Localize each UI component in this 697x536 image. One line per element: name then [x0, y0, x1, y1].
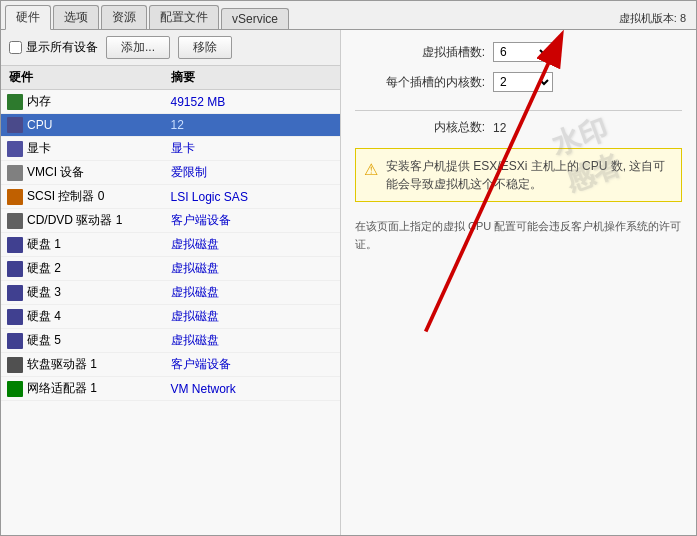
tab-vservice[interactable]: vService — [221, 8, 289, 29]
network-icon — [7, 381, 23, 397]
sockets-label: 虚拟插槽数: — [355, 44, 485, 61]
hw-summary: 49152 MB — [171, 95, 337, 109]
right-panel: 虚拟插槽数: 1 2 4 6 8 每个插槽的内核数: 1 2 4 8 — [341, 30, 696, 535]
hw-name-cell: 显卡 — [5, 140, 171, 157]
hw-name: SCSI 控制器 0 — [27, 188, 104, 205]
hdd-icon — [7, 285, 23, 301]
cores-select[interactable]: 1 2 4 8 — [493, 72, 553, 92]
remove-button[interactable]: 移除 — [178, 36, 232, 59]
hw-name-cell: 软盘驱动器 1 — [5, 356, 171, 373]
arrow-annotation — [341, 30, 696, 535]
hw-summary: 显卡 — [171, 140, 337, 157]
warning-box: ⚠ 安装客户机提供 ESX/ESXi 主机上的 CPU 数, 这自可能会导致虚拟… — [355, 148, 682, 202]
tab-hardware[interactable]: 硬件 — [5, 5, 51, 30]
show-all-checkbox[interactable] — [9, 41, 22, 54]
hw-summary: 虚拟磁盘 — [171, 284, 337, 301]
hw-summary: 虚拟磁盘 — [171, 236, 337, 253]
col-hardware: 硬件 — [9, 69, 171, 86]
total-cores-row: 内核总数: 12 — [355, 119, 682, 136]
cores-label: 每个插槽的内核数: — [355, 74, 485, 91]
tab-config[interactable]: 配置文件 — [149, 5, 219, 29]
sockets-row: 虚拟插槽数: 1 2 4 6 8 — [355, 42, 682, 62]
hw-name-cell: VMCI 设备 — [5, 164, 171, 181]
show-all-container: 显示所有设备 — [9, 39, 98, 56]
tab-options[interactable]: 选项 — [53, 5, 99, 29]
hw-name: 内存 — [27, 93, 51, 110]
hw-name-cell: 硬盘 5 — [5, 332, 171, 349]
hw-name-cell: 网络适配器 1 — [5, 380, 171, 397]
table-row[interactable]: VMCI 设备 爱限制 — [1, 161, 340, 185]
hw-name-cell: 硬盘 4 — [5, 308, 171, 325]
hw-name: 硬盘 4 — [27, 308, 61, 325]
hw-name-cell: 硬盘 3 — [5, 284, 171, 301]
hw-name-cell: SCSI 控制器 0 — [5, 188, 171, 205]
memory-icon — [7, 94, 23, 110]
table-header: 硬件 摘要 — [1, 66, 340, 90]
table-row[interactable]: 硬盘 3 虚拟磁盘 — [1, 281, 340, 305]
hw-name: 硬盘 2 — [27, 260, 61, 277]
hw-name: 硬盘 5 — [27, 332, 61, 349]
hw-summary: LSI Logic SAS — [171, 190, 337, 204]
hw-summary: 虚拟磁盘 — [171, 308, 337, 325]
table-row[interactable]: 内存 49152 MB — [1, 90, 340, 114]
hw-name-cell: 硬盘 1 — [5, 236, 171, 253]
hdd-icon — [7, 333, 23, 349]
hw-summary: VM Network — [171, 382, 337, 396]
hw-name: 显卡 — [27, 140, 51, 157]
scsi-icon — [7, 189, 23, 205]
cpu-icon — [7, 117, 23, 133]
floppy-icon — [7, 357, 23, 373]
warning-icon: ⚠ — [364, 158, 378, 182]
show-all-label: 显示所有设备 — [26, 39, 98, 56]
table-row[interactable]: 硬盘 5 虚拟磁盘 — [1, 329, 340, 353]
hw-name-cell: CD/DVD 驱动器 1 — [5, 212, 171, 229]
content-area: 显示所有设备 添加... 移除 硬件 摘要 内存 49152 MB — [1, 30, 696, 535]
warning-text: 安装客户机提供 ESX/ESXi 主机上的 CPU 数, 这自可能会导致虚拟机这… — [386, 157, 673, 193]
vmci-icon — [7, 165, 23, 181]
hdd-icon — [7, 237, 23, 253]
hdd-icon — [7, 309, 23, 325]
tab-bar: 硬件 选项 资源 配置文件 vService 虚拟机版本: 8 — [1, 1, 696, 30]
divider — [355, 110, 682, 111]
hw-name: VMCI 设备 — [27, 164, 84, 181]
tab-resources[interactable]: 资源 — [101, 5, 147, 29]
main-window: 硬件 选项 资源 配置文件 vService 虚拟机版本: 8 显示所有设备 添… — [0, 0, 697, 536]
table-row[interactable]: SCSI 控制器 0 LSI Logic SAS — [1, 185, 340, 209]
hw-name: 网络适配器 1 — [27, 380, 97, 397]
hw-summary: 客户端设备 — [171, 212, 337, 229]
hdd-icon — [7, 261, 23, 277]
table-row[interactable]: 网络适配器 1 VM Network — [1, 377, 340, 401]
table-row[interactable]: CD/DVD 驱动器 1 客户端设备 — [1, 209, 340, 233]
table-row[interactable]: 软盘驱动器 1 客户端设备 — [1, 353, 340, 377]
version-label: 虚拟机版本: 8 — [613, 8, 692, 29]
info-text: 在该页面上指定的虚拟 CPU 配置可能会违反客户机操作系统的许可证。 — [355, 218, 682, 253]
hw-summary: 12 — [171, 118, 337, 132]
add-button[interactable]: 添加... — [106, 36, 170, 59]
hw-name: CD/DVD 驱动器 1 — [27, 212, 122, 229]
hw-name: 软盘驱动器 1 — [27, 356, 97, 373]
hw-name: CPU — [27, 118, 52, 132]
cddvd-icon — [7, 213, 23, 229]
table-row[interactable]: 硬盘 4 虚拟磁盘 — [1, 305, 340, 329]
hw-name-cell: CPU — [5, 117, 171, 133]
table-row[interactable]: CPU 12 — [1, 114, 340, 137]
col-summary: 摘要 — [171, 69, 333, 86]
hw-name-cell: 内存 — [5, 93, 171, 110]
hw-name-cell: 硬盘 2 — [5, 260, 171, 277]
display-icon — [7, 141, 23, 157]
hw-summary: 虚拟磁盘 — [171, 332, 337, 349]
hw-summary: 爱限制 — [171, 164, 337, 181]
hw-summary: 客户端设备 — [171, 356, 337, 373]
table-row[interactable]: 显卡 显卡 — [1, 137, 340, 161]
hw-name: 硬盘 3 — [27, 284, 61, 301]
total-label: 内核总数: — [355, 119, 485, 136]
hardware-table: 硬件 摘要 内存 49152 MB CPU — [1, 66, 340, 535]
left-panel: 显示所有设备 添加... 移除 硬件 摘要 内存 49152 MB — [1, 30, 341, 535]
sockets-select[interactable]: 1 2 4 6 8 — [493, 42, 553, 62]
cores-per-socket-row: 每个插槽的内核数: 1 2 4 8 — [355, 72, 682, 92]
total-value: 12 — [493, 121, 506, 135]
hw-name: 硬盘 1 — [27, 236, 61, 253]
hw-summary: 虚拟磁盘 — [171, 260, 337, 277]
table-row[interactable]: 硬盘 1 虚拟磁盘 — [1, 233, 340, 257]
table-row[interactable]: 硬盘 2 虚拟磁盘 — [1, 257, 340, 281]
